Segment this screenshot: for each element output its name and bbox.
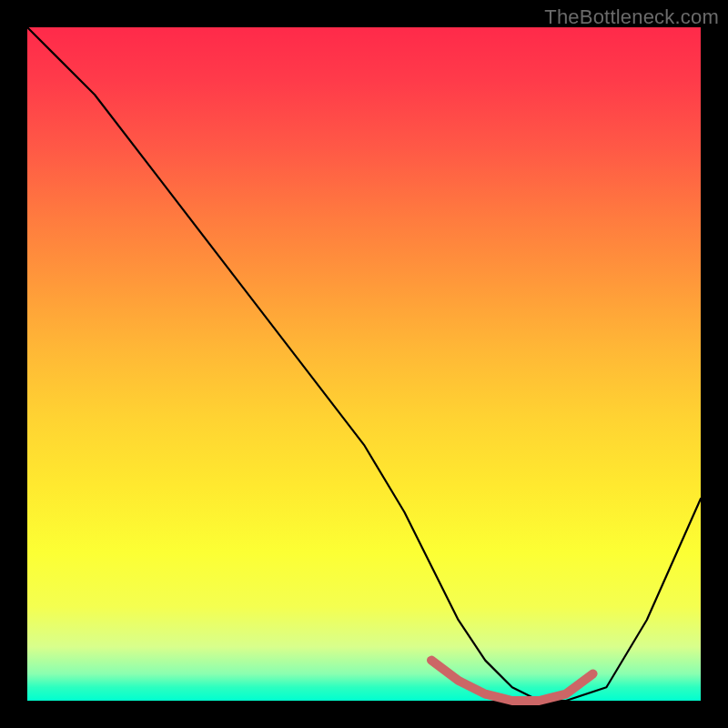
bottleneck-curve-path xyxy=(27,27,701,701)
watermark-text: TheBottleneck.com xyxy=(544,5,719,29)
optimal-band-path xyxy=(431,661,593,701)
chart-frame: TheBottleneck.com xyxy=(0,0,728,728)
plot-area xyxy=(27,27,701,701)
curve-svg xyxy=(27,27,701,701)
